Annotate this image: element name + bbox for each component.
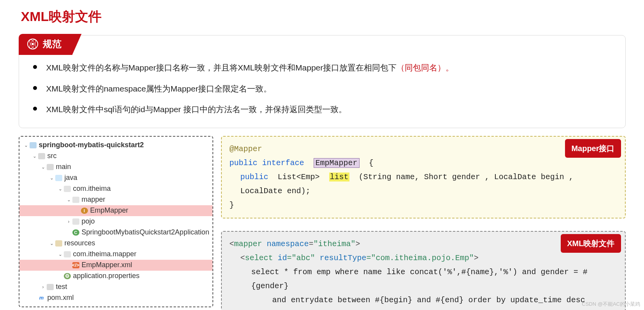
tree-node[interactable]: src: [19, 151, 212, 162]
tree-node-label: pom.xml: [47, 294, 74, 302]
tree-node-label: test: [56, 283, 67, 291]
pkg-icon: [72, 197, 79, 203]
mapper-code-box: Mapper接口 @Mapper public interface EmpMap…: [221, 136, 626, 218]
xml-punc: >: [356, 240, 360, 248]
tree-arrow-icon[interactable]: [58, 252, 63, 257]
tree-arrow-icon[interactable]: [49, 241, 54, 246]
code-brace-close: }: [230, 198, 617, 212]
xml-sql-line: and entrydate between #{begin} and #{end…: [230, 293, 617, 307]
xml-value: "itheima": [314, 240, 356, 248]
xml-punc: <: [240, 254, 245, 262]
tree-arrow-icon[interactable]: [32, 153, 37, 159]
code-highlight-method: list: [329, 173, 349, 181]
tree-node[interactable]: IEmpMapper: [19, 205, 212, 216]
spec-box: 规范 XML映射文件的名称与Mapper接口名称一致，并且将XML映射文件和Ma…: [19, 35, 626, 128]
xml-punc: =: [309, 240, 314, 248]
spec-tab-label: 规范: [43, 38, 61, 50]
project-tree: springboot-mybatis-quickstart2srcmainjav…: [19, 136, 213, 307]
rules-list: XML映射文件的名称与Mapper接口名称一致，并且将XML映射文件和Mappe…: [31, 57, 614, 120]
xml-sql-line: select * from emp where name like concat…: [230, 265, 617, 293]
code-keyword: public interface: [230, 159, 304, 167]
rule-item: XML映射文件的名称与Mapper接口名称一致，并且将XML映射文件和Mappe…: [31, 57, 614, 78]
pkg-icon: [64, 251, 71, 257]
tree-node-label: EmpMapper.xml: [82, 261, 132, 269]
xml-attr: id: [273, 254, 287, 262]
tree-arrow-icon[interactable]: [66, 219, 72, 224]
rule-text: XML映射文件的名称与Mapper接口名称一致，并且将XML映射文件和Mappe…: [46, 63, 397, 72]
class-icon: C: [72, 229, 79, 236]
rule-item: XML映射文件中sql语句的id与Mapper 接口中的方法名一致，并保持返回类…: [31, 99, 614, 120]
xml-code-box: XML映射文件 <mapper namespace="itheima"> <se…: [221, 231, 626, 310]
rule-red-text: （同包同名）。: [397, 63, 454, 72]
tree-node[interactable]: mapper: [19, 194, 212, 205]
xml-tag: select: [245, 254, 273, 262]
xml-tag: mapper: [234, 240, 262, 248]
watermark: CSDN @不能AC的小菜鸡: [582, 301, 640, 308]
tree-node[interactable]: ⚙application.properties: [19, 271, 212, 282]
rule-item: XML映射文件的namespace属性为Mapper接口全限定名一致。: [31, 78, 614, 99]
xml-value: ="com.itheima.pojo.Emp": [367, 254, 474, 262]
atom-icon: [27, 39, 38, 49]
tree-node[interactable]: com.itheima: [19, 183, 212, 194]
xml-punc: <: [230, 240, 234, 248]
tree-node[interactable]: pojo: [19, 216, 212, 227]
tree-node-label: pojo: [82, 217, 95, 225]
xml-value: ="abc": [287, 254, 315, 262]
tree-node-label: com.itheima.mapper: [73, 250, 137, 258]
spec-tab: 规范: [19, 34, 72, 55]
tree-node[interactable]: springboot-mybatis-quickstart2: [19, 140, 212, 151]
mvn-icon: m: [38, 295, 45, 301]
tree-node-label: src: [47, 152, 57, 160]
tree-node-label: application.properties: [73, 272, 140, 280]
tree-node-label: mapper: [82, 196, 105, 204]
tree-arrow-icon[interactable]: [40, 284, 46, 290]
code-highlight-classname: EmpMapper: [314, 158, 360, 168]
mapper-badge: Mapper接口: [565, 139, 621, 158]
tree-node-label: com.itheima: [73, 185, 111, 193]
xml-attr: resultType: [315, 254, 367, 262]
tree-node[interactable]: com.itheima.mapper: [19, 249, 212, 260]
tree-node-label: SpringbootMybatisQuickstart2Application: [82, 228, 209, 236]
code-brace: {: [369, 159, 374, 167]
tree-node[interactable]: </>EmpMapper.xml: [19, 260, 212, 271]
pkg-icon: [64, 186, 71, 192]
code-annotation: @Mapper: [230, 144, 262, 153]
tree-arrow-icon[interactable]: [58, 186, 63, 192]
xml-attr: namespace: [262, 240, 309, 248]
tree-arrow-icon[interactable]: [40, 164, 46, 170]
tree-node[interactable]: mpom.xml: [19, 292, 212, 303]
tree-node[interactable]: java: [19, 173, 212, 183]
java-icon: [55, 175, 62, 181]
tree-node-label: main: [56, 163, 71, 171]
tree-node[interactable]: CSpringbootMybatisQuickstart2Application: [19, 227, 212, 238]
tree-node-label: resources: [65, 239, 95, 247]
tree-node-label: springboot-mybatis-quickstart2: [39, 141, 144, 149]
res-icon: [55, 240, 62, 247]
tree-node[interactable]: test: [19, 282, 212, 292]
tree-node[interactable]: main: [19, 162, 212, 173]
prop-icon: ⚙: [64, 273, 71, 279]
fold-icon: [47, 284, 54, 290]
proj-icon: [30, 142, 37, 148]
page-title: XML映射文件: [21, 8, 626, 26]
pkg-icon: [72, 218, 79, 225]
fold-icon: [47, 164, 54, 170]
iface-icon: I: [81, 208, 88, 214]
xml-punc: >: [474, 254, 479, 262]
tree-node[interactable]: resources: [19, 238, 212, 249]
tree-arrow-icon[interactable]: [49, 175, 54, 181]
xml-icon: </>: [72, 262, 79, 268]
xml-badge: XML映射文件: [561, 234, 621, 253]
tree-arrow-icon[interactable]: [66, 197, 72, 203]
tree-arrow-icon[interactable]: [23, 143, 29, 148]
tree-node-label: java: [65, 174, 77, 182]
code-keyword: public: [240, 173, 268, 181]
code-type: List<Emp>: [278, 173, 320, 181]
fold-icon: [38, 153, 45, 159]
tree-node-label: EmpMapper: [90, 206, 128, 215]
